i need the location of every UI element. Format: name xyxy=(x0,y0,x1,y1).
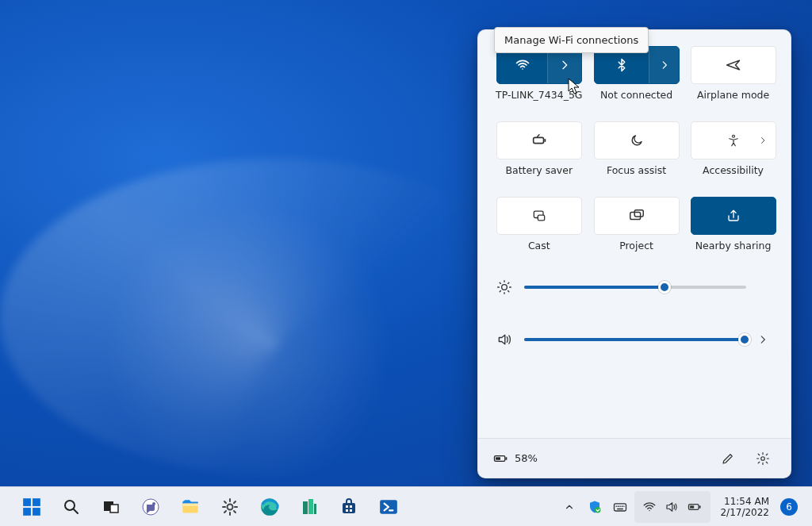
settings-app-button[interactable] xyxy=(213,491,247,523)
system-tray: 11:54 AM 2/17/2022 6 xyxy=(558,491,812,523)
project-tile[interactable] xyxy=(594,197,680,235)
chevron-right-icon xyxy=(758,136,768,145)
battery-status[interactable]: 58% xyxy=(492,451,538,466)
accessibility-tile[interactable] xyxy=(691,121,776,159)
cast-icon xyxy=(531,208,547,224)
share-icon xyxy=(726,209,741,223)
chevron-up-icon xyxy=(564,501,575,513)
windows-security-tray[interactable] xyxy=(584,491,606,523)
svg-point-2 xyxy=(732,135,734,137)
volume-row xyxy=(496,331,773,348)
svg-rect-15 xyxy=(33,508,40,516)
volume-slider[interactable] xyxy=(524,332,746,347)
svg-rect-29 xyxy=(346,505,348,508)
accessibility-label: Accessibility xyxy=(703,164,764,176)
nearby-sharing-label: Nearby sharing xyxy=(695,240,772,251)
svg-rect-12 xyxy=(23,498,31,506)
project-label: Project xyxy=(619,240,653,251)
airplane-mode-tile[interactable] xyxy=(691,46,776,84)
desktop-light-swirl xyxy=(0,159,555,476)
clock-button[interactable]: 11:54 AM 2/17/2022 xyxy=(714,496,776,518)
bluetooth-expand-button[interactable] xyxy=(649,47,678,83)
start-button[interactable] xyxy=(14,491,49,523)
shield-icon xyxy=(588,500,602,514)
app-buildings-button[interactable] xyxy=(292,491,327,523)
svg-rect-30 xyxy=(350,505,352,508)
svg-rect-10 xyxy=(496,457,500,459)
svg-rect-4 xyxy=(538,215,544,221)
svg-rect-1 xyxy=(544,139,546,142)
search-button[interactable] xyxy=(54,491,89,523)
notification-center-button[interactable]: 6 xyxy=(780,498,798,516)
microsoft-store-button[interactable] xyxy=(331,491,366,523)
file-explorer-button[interactable] xyxy=(173,491,208,523)
volume-icon xyxy=(665,500,679,514)
svg-rect-28 xyxy=(343,503,355,513)
network-sound-battery-button[interactable] xyxy=(634,491,710,523)
open-settings-button[interactable] xyxy=(749,445,776,472)
airplane-icon xyxy=(726,57,741,73)
pencil-icon xyxy=(721,451,735,466)
chevron-right-icon xyxy=(659,60,670,71)
svg-rect-27 xyxy=(314,504,316,514)
svg-rect-0 xyxy=(533,137,543,143)
svg-point-34 xyxy=(595,507,601,513)
keyboard-icon xyxy=(612,499,628,515)
battery-saver-label: Battery saver xyxy=(505,164,573,176)
quick-settings-tiles: TP-LINK_7434_5G Not connected xyxy=(478,30,791,266)
gear-icon xyxy=(756,451,770,466)
store-icon xyxy=(339,497,358,516)
svg-rect-32 xyxy=(350,509,352,512)
bluetooth-label: Not connected xyxy=(600,89,672,101)
brightness-icon xyxy=(496,278,513,296)
gear-icon xyxy=(220,497,239,516)
brightness-slider[interactable] xyxy=(524,279,746,295)
clock-time: 11:54 AM xyxy=(720,496,769,507)
nearby-sharing-tile[interactable] xyxy=(691,197,776,235)
battery-saver-icon xyxy=(530,132,548,149)
tooltip-text: Manage Wi-Fi connections xyxy=(504,34,638,46)
volume-output-button[interactable] xyxy=(757,334,773,345)
svg-rect-6 xyxy=(634,210,643,217)
svg-rect-9 xyxy=(506,457,508,459)
project-icon xyxy=(628,207,645,225)
svg-rect-38 xyxy=(691,505,695,508)
battery-saver-tile[interactable] xyxy=(496,121,582,159)
notification-count: 6 xyxy=(786,501,792,513)
taskbar: 11:54 AM 2/17/2022 6 xyxy=(0,486,812,526)
battery-icon xyxy=(687,499,703,515)
powershell-button[interactable] xyxy=(371,491,406,523)
taskbar-pinned-apps xyxy=(0,491,406,523)
cast-label: Cast xyxy=(528,240,550,251)
svg-point-16 xyxy=(65,501,75,510)
tray-overflow-button[interactable] xyxy=(558,491,580,523)
file-explorer-icon xyxy=(180,497,201,517)
svg-rect-25 xyxy=(303,501,308,514)
quick-settings-panel: Manage Wi-Fi connections TP-LINK_7434_5G xyxy=(477,29,791,478)
focus-assist-tile[interactable] xyxy=(594,121,680,159)
moon-icon xyxy=(630,133,644,148)
wifi-icon xyxy=(642,500,657,514)
teams-chat-button[interactable] xyxy=(133,491,168,523)
task-view-icon xyxy=(102,497,121,516)
cast-tile[interactable] xyxy=(496,197,582,235)
quick-settings-footer: 58% xyxy=(478,438,791,478)
edge-icon xyxy=(259,497,280,517)
svg-point-7 xyxy=(502,285,508,290)
touch-keyboard-button[interactable] xyxy=(609,491,631,523)
svg-point-11 xyxy=(761,456,765,460)
wifi-label: TP-LINK_7434_5G xyxy=(496,89,583,101)
edge-browser-button[interactable] xyxy=(252,491,287,523)
airplane-label: Airplane mode xyxy=(697,89,769,101)
brightness-row xyxy=(496,278,773,296)
svg-rect-31 xyxy=(346,509,348,512)
chat-icon xyxy=(141,497,160,516)
accessibility-icon xyxy=(726,133,741,148)
battery-percent-text: 58% xyxy=(515,452,538,464)
chevron-right-icon xyxy=(558,59,571,71)
tooltip-manage-wifi: Manage Wi-Fi connections xyxy=(494,27,649,53)
sliders-section xyxy=(478,266,791,348)
task-view-button[interactable] xyxy=(94,491,128,523)
edit-quick-settings-button[interactable] xyxy=(714,445,741,472)
windows-logo-icon xyxy=(21,497,42,517)
